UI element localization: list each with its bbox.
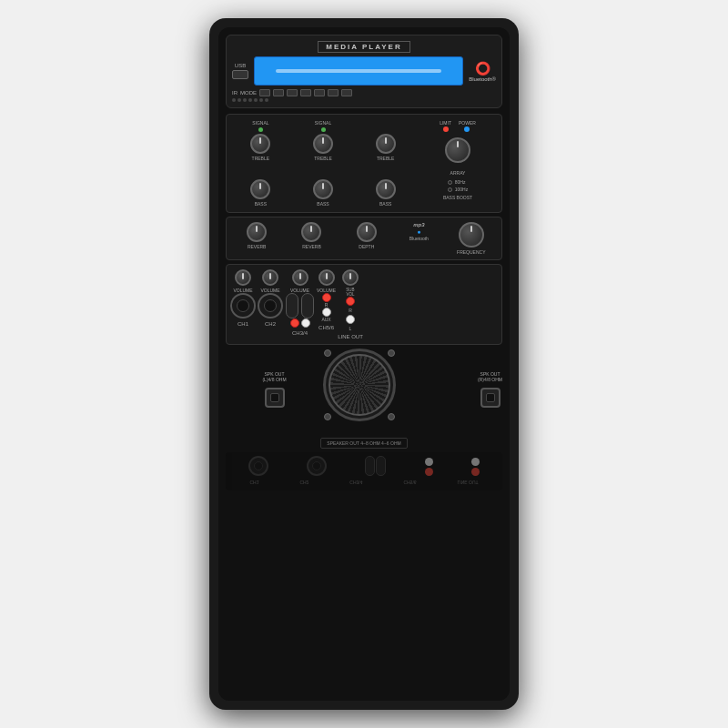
fan-screw-tr [388, 349, 395, 357]
ch56-connectors [322, 293, 331, 302]
frequency-knob[interactable] [459, 222, 484, 248]
bass-boost-area: 80Hz 100Hz BASS BOOST [418, 179, 498, 200]
fan-row: SPK OUT(L)4/8 OHM [226, 349, 502, 430]
speakon-left-inner [270, 393, 279, 402]
mode-button[interactable] [314, 89, 325, 96]
line-out-rca-r[interactable] [346, 297, 355, 306]
fan-screw-br [388, 413, 395, 420]
aux-label: AUX [321, 317, 330, 322]
ch1-volume-knob[interactable] [235, 269, 251, 286]
reverb2-col: REVERB [285, 222, 338, 249]
depth-knob[interactable] [357, 222, 377, 242]
ch3-bass-col: BASS [355, 179, 416, 207]
ch1-connectors [230, 293, 256, 318]
vol-down-button[interactable] [341, 89, 352, 96]
dot-4 [248, 98, 252, 102]
ch56-rca-r[interactable] [322, 293, 331, 302]
vol-up-button[interactable] [328, 89, 339, 96]
ch3-bass-knob[interactable] [376, 179, 396, 199]
ch3-treble-knob[interactable] [376, 134, 396, 154]
ir-controls: IR MODE [232, 89, 496, 96]
prev-button[interactable] [259, 89, 270, 96]
signal-led-2 [321, 127, 326, 132]
mp3-label: mp3 [413, 222, 424, 228]
sub-vol-knob[interactable] [342, 269, 359, 286]
device-panel: MEDIA PLAYER USB ⭕ Bluetooth® IR MODE [209, 18, 519, 710]
sub-vol-label: SUBVOL [346, 288, 354, 297]
spk-left-speakon[interactable] [265, 388, 285, 408]
speaker-out-note-text: SPEAKER OUT 4~8 OHM 4~6 OHM [320, 438, 407, 449]
limit-power-leds: LIMIT POWER [440, 120, 476, 132]
refl-ch2: CH2 [299, 480, 308, 485]
reverb1-knob[interactable] [247, 222, 267, 242]
ch34-group: VOLUME CH3/4 [285, 269, 315, 336]
ch2-group: VOLUME CH2 [258, 269, 283, 327]
reflection-connectors [229, 454, 499, 478]
freq-100-option[interactable]: 100Hz [448, 187, 468, 192]
reflection-channels: CH1 CH2 CH3\4 CH5\6 LINE OUT [229, 478, 499, 487]
next-button[interactable] [273, 89, 284, 96]
bluetooth-text: Bluetooth® [469, 76, 496, 82]
freq-100-radio[interactable] [448, 187, 452, 192]
ch1-bass-knob[interactable] [250, 179, 270, 199]
freq-80-option[interactable]: 80Hz [448, 179, 468, 185]
ch34-trs-2[interactable] [301, 293, 314, 318]
usb-slot[interactable]: USB [232, 63, 248, 79]
dot-1 [232, 98, 236, 102]
array-knob[interactable] [445, 137, 470, 163]
ch34-rca-white[interactable] [301, 318, 310, 328]
spk-right-speakon[interactable] [480, 388, 500, 408]
ch34-rca-red[interactable] [290, 318, 299, 328]
refl-trs-1 [365, 456, 375, 476]
ch2-bass-col: BASS [293, 179, 354, 207]
line-out-label: LINE OUT [338, 334, 363, 339]
usb-port[interactable] [232, 70, 248, 79]
line-out-l-label: L [349, 326, 352, 331]
freq-switch: 80Hz 100Hz [448, 179, 468, 192]
bt-small-label: Bluetooth [410, 236, 429, 241]
ch1-xlr[interactable] [230, 293, 256, 318]
fan-circle [323, 349, 396, 421]
dot-2 [238, 98, 241, 102]
ch2-bass-knob[interactable] [313, 179, 333, 199]
sub-vol-group: SUBVOL R L LINE OUT [338, 269, 363, 339]
effects-section: REVERB REVERB DEPTH mp3 ● Bluetooth [226, 217, 502, 260]
ch1-group: VOLUME CH1 [230, 269, 256, 327]
ch2-treble-label: TREBLE [314, 156, 331, 161]
ch1-xlr-inner [237, 299, 249, 312]
refl-xlr-2 [307, 456, 327, 476]
ir-label: IR [232, 90, 238, 96]
signal-label-1: SIGNAL [252, 120, 268, 126]
play-button[interactable] [287, 89, 298, 96]
ch2-treble-knob[interactable] [313, 134, 333, 154]
dot-7 [265, 98, 268, 102]
media-player-title: MEDIA PLAYER [318, 41, 410, 53]
mode-label: MODE [240, 90, 257, 96]
ch2-volume-knob[interactable] [262, 269, 278, 286]
refl-ch34: CH3\4 [349, 480, 362, 485]
spk-out-right-label: SPK OUT(R)4/8 OHM [478, 371, 502, 382]
ch1-bass-col: BASS [230, 179, 291, 207]
effects-row: REVERB REVERB DEPTH mp3 ● Bluetooth [230, 222, 498, 255]
ch56-volume-knob[interactable] [318, 269, 335, 286]
ch56-rca-l[interactable] [322, 308, 331, 317]
reverb2-knob[interactable] [301, 222, 321, 242]
ch34-volume-knob[interactable] [292, 269, 308, 286]
frequency-col: FREQUENCY [445, 222, 498, 255]
refl-trs-2 [376, 456, 386, 476]
ch2-xlr[interactable] [258, 293, 283, 318]
freq-100-label: 100Hz [455, 187, 468, 192]
ch1-bass-label: BASS [255, 201, 267, 207]
volume-row: VOLUME CH1 VOLUME [230, 269, 498, 339]
volume-section: VOLUME CH1 VOLUME [226, 264, 502, 345]
treble-row: SIGNAL TREBLE SIGNAL TREBLE S [230, 120, 498, 176]
freq-80-radio[interactable] [448, 180, 452, 185]
bluetooth-icon: ⭕ [475, 61, 490, 76]
spk-right-area: SPK OUT(R)4/8 OHM [405, 371, 502, 408]
line-out-rca-l[interactable] [346, 315, 355, 324]
ch2-label: CH2 [265, 321, 276, 327]
ch34-trs-1[interactable] [286, 293, 298, 318]
ch1-treble-knob[interactable] [250, 134, 270, 154]
stop-button[interactable] [300, 89, 311, 96]
refl-ch56: CH5\6 [403, 480, 416, 485]
